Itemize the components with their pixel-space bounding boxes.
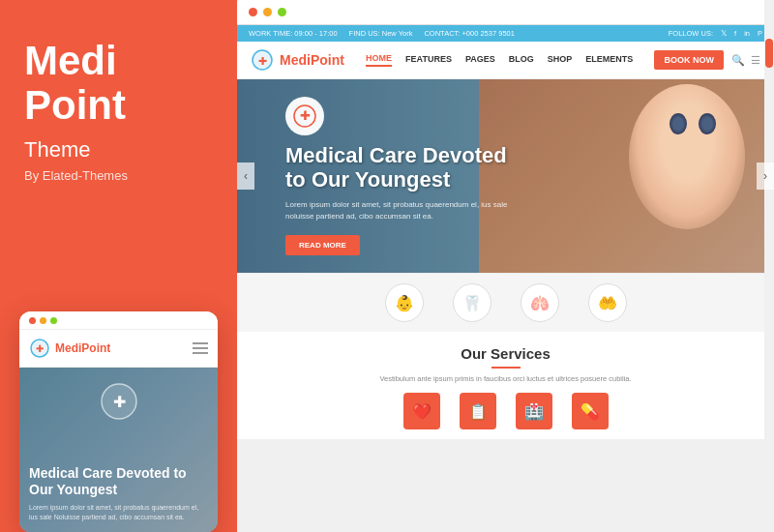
services-description: Vestibulum ante ipsum primis in faucibus…	[256, 374, 755, 383]
social-fb[interactable]: f	[734, 29, 736, 38]
services-section: Our Services Vestibulum ante ipsum primi…	[237, 332, 774, 439]
theme-title: MediPoint	[24, 39, 126, 128]
scrollbar[interactable]	[764, 0, 774, 532]
nav-bar: ✚ MediPoint HOME FEATURES PAGES BLOG SHO…	[237, 42, 774, 79]
browser-dot-green[interactable]	[278, 8, 286, 16]
service-card-heart[interactable]: ❤️	[403, 393, 440, 429]
info-bar: WORK TIME: 09:00 - 17:00 FIND US: New Yo…	[237, 25, 774, 42]
service-icon-baby[interactable]: 👶	[385, 283, 424, 322]
service-icon-dental[interactable]: 🦷	[453, 283, 491, 322]
browser-dot-red[interactable]	[249, 8, 257, 16]
services-title: Our Services	[256, 345, 755, 362]
mobile-top-bar	[19, 311, 218, 330]
nav-logo-text: MediPoint	[280, 52, 344, 68]
social-pi[interactable]: P	[758, 29, 762, 38]
hero-content: ✚ Medical Care Devoted to Our Youngest L…	[237, 97, 508, 256]
browser-dot-yellow[interactable]	[263, 8, 272, 16]
mobile-hero-logo-icon: ✚	[100, 382, 138, 421]
services-cards-row: ❤️ 📋 🏥 💊	[256, 393, 755, 429]
social-in[interactable]: in	[744, 29, 750, 38]
service-card-hospital[interactable]: 🏥	[516, 393, 552, 429]
find-us: FIND US: New York	[349, 29, 413, 38]
mobile-traffic-lights	[29, 317, 57, 324]
hero-next-arrow[interactable]: ›	[757, 163, 774, 190]
mobile-hero-text: Lorem ipsum dolor sit amet, sit probatus…	[29, 503, 208, 522]
nav-features[interactable]: FEATURES	[405, 54, 452, 66]
hero-title: Medical Care Devoted to Our Youngest	[285, 143, 508, 192]
nav-logo-icon: ✚	[251, 48, 274, 72]
mobile-hero: ✚ Medical Care Devoted to Our Youngest L…	[19, 368, 218, 532]
book-now-button[interactable]: BOOK NOW	[654, 50, 724, 70]
right-panel: WORK TIME: 09:00 - 17:00 FIND US: New Yo…	[237, 0, 774, 532]
mobile-logo-text: MediPoint	[55, 341, 110, 355]
scroll-thumb[interactable]	[765, 39, 773, 68]
service-icon-care[interactable]: 🤲	[588, 283, 627, 322]
svg-text:✚: ✚	[258, 55, 267, 67]
hero-logo-circle: ✚	[285, 97, 324, 135]
mobile-hero-content: Medical Care Devoted to Our Youngest Lor…	[29, 465, 208, 522]
mobile-logo: ✚ MediPoint	[29, 338, 110, 359]
nav-logo[interactable]: ✚ MediPoint	[251, 48, 344, 72]
mobile-navbar: ✚ MediPoint	[19, 330, 218, 368]
mobile-dot-yellow	[40, 317, 46, 324]
work-time: WORK TIME: 09:00 - 17:00	[249, 29, 338, 38]
svg-text:✚: ✚	[300, 108, 311, 123]
nav-elements[interactable]: ELEMENTS	[585, 54, 633, 66]
mobile-logo-icon: ✚	[29, 338, 50, 359]
search-icon[interactable]: 🔍	[731, 54, 745, 67]
hero-prev-arrow[interactable]: ‹	[237, 163, 254, 190]
nav-icons: 🔍 ☰	[731, 54, 760, 67]
menu-icon[interactable]: ☰	[751, 54, 760, 67]
mobile-dot-green	[50, 317, 57, 324]
hero-description: Lorem ipsum dolor sit amet, sit probatus…	[285, 199, 508, 222]
service-card-pill[interactable]: 💊	[572, 393, 609, 429]
mobile-mockup: ✚ MediPoint ✚ Medical Care Devoted to Ou…	[19, 311, 218, 532]
hero-cross-icon: ✚	[293, 104, 316, 128]
mobile-hero-title: Medical Care Devoted to Our Youngest	[29, 465, 208, 498]
service-card-clipboard[interactable]: 📋	[460, 393, 496, 429]
browser-content: WORK TIME: 09:00 - 17:00 FIND US: New Yo…	[237, 25, 774, 532]
service-icon-lung[interactable]: 🫁	[521, 283, 559, 322]
services-title-underline	[491, 367, 521, 369]
nav-right: BOOK NOW 🔍 ☰	[654, 50, 760, 70]
theme-subtitle: Theme	[24, 137, 90, 163]
hamburger-menu[interactable]	[193, 342, 208, 354]
mobile-dot-red	[29, 317, 36, 324]
contact: CONTACT: +000 2537 9501	[424, 29, 514, 38]
info-bar-left: WORK TIME: 09:00 - 17:00 FIND US: New Yo…	[249, 29, 515, 38]
theme-by: By Elated-Themes	[24, 168, 128, 183]
nav-blog[interactable]: BLOG	[509, 54, 534, 66]
hero-section: ‹ ✚ Medical Care Devoted to Our Youngest…	[237, 79, 774, 273]
service-icons-row: 👶 🦷 🫁 🤲	[237, 273, 774, 332]
follow-us-label: FOLLOW US:	[669, 29, 713, 38]
nav-shop[interactable]: SHOP	[548, 54, 573, 66]
nav-links: HOME FEATURES PAGES BLOG SHOP ELEMENTS	[366, 53, 633, 67]
browser-chrome	[237, 0, 774, 25]
svg-text:✚: ✚	[112, 394, 125, 410]
info-bar-right: FOLLOW US: 𝕏 f in P	[669, 29, 762, 38]
svg-text:✚: ✚	[36, 343, 44, 354]
left-panel: MediPoint Theme By Elated-Themes ✚ MediP…	[0, 0, 237, 532]
nav-pages[interactable]: PAGES	[465, 54, 495, 66]
social-tw[interactable]: 𝕏	[721, 29, 727, 38]
read-more-button[interactable]: READ MORE	[285, 235, 360, 255]
nav-home[interactable]: HOME	[366, 53, 392, 67]
